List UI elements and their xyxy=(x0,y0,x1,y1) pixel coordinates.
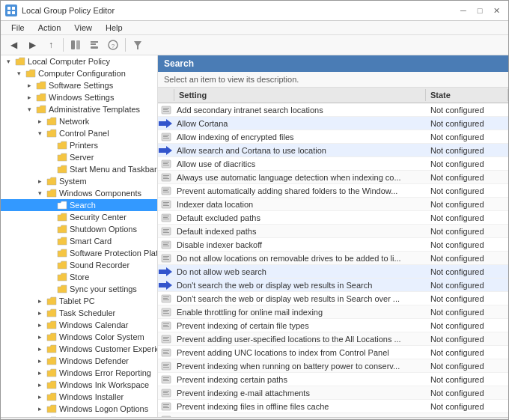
sidebar-item-windows-components[interactable]: ▾Windows Components xyxy=(1,187,157,199)
menu-file[interactable]: File xyxy=(5,22,31,34)
row-state-text: Not configured xyxy=(426,145,508,156)
menu-action[interactable]: Action xyxy=(32,22,67,34)
svg-rect-78 xyxy=(163,365,168,366)
sidebar-item-printers[interactable]: Printers xyxy=(1,139,157,151)
tree-expander-computer-config[interactable]: ▾ xyxy=(13,70,25,77)
forward-button[interactable]: ▶ xyxy=(24,37,40,53)
sidebar-item-windows-installer[interactable]: ▸Windows Installer xyxy=(1,391,157,403)
sidebar-item-security-center[interactable]: Security Center xyxy=(1,211,157,223)
sidebar[interactable]: ▾Local Computer Policy▾Computer Configur… xyxy=(1,55,158,417)
sidebar-item-task-scheduler[interactable]: ▸Task Scheduler xyxy=(1,307,157,319)
table-row[interactable]: Allow search and Cortana to use location… xyxy=(158,144,508,157)
sidebar-item-shutdown-options[interactable]: Shutdown Options xyxy=(1,223,157,235)
show-hide-button[interactable] xyxy=(67,37,84,53)
sidebar-item-control-panel[interactable]: ▾Control Panel xyxy=(1,127,157,139)
tree-expander-system[interactable]: ▸ xyxy=(34,177,46,185)
tree-expander-windows-error[interactable]: ▸ xyxy=(34,369,46,377)
table-row[interactable]: Prevent automatically adding shared fold… xyxy=(158,184,508,198)
sidebar-item-software-protection[interactable]: Software Protection Platform xyxy=(1,247,157,259)
table-row[interactable]: Do not allow locations on removable driv… xyxy=(158,252,508,265)
table-row[interactable]: Do not allow web searchNot configured xyxy=(158,265,508,279)
tree-expander-windows-settings[interactable]: ▸ xyxy=(23,94,35,101)
menu-help[interactable]: Help xyxy=(100,22,129,34)
table-row[interactable]: Don't search the web or display web resu… xyxy=(158,279,508,292)
table-row[interactable]: Prevent indexing certain pathsNot config… xyxy=(158,373,508,386)
tree-expander-local-computer-policy[interactable]: ▾ xyxy=(2,58,14,65)
svg-rect-79 xyxy=(163,367,169,368)
sidebar-item-local-computer-policy[interactable]: ▾Local Computer Policy xyxy=(1,55,157,67)
back-button[interactable]: ◀ xyxy=(5,37,22,53)
table-row[interactable]: Prevent adding UNC locations to index fr… xyxy=(158,346,508,359)
filter-button[interactable] xyxy=(129,37,146,53)
tree-expander-windows-installer[interactable]: ▸ xyxy=(34,393,46,401)
toolbar-separator-2 xyxy=(125,38,126,52)
sidebar-item-windows-ink[interactable]: ▸Windows Ink Workspace xyxy=(1,379,157,391)
table-row[interactable]: Allow CortanaNot configured xyxy=(158,117,508,130)
row-state-text: Not configured xyxy=(426,401,508,412)
table-row[interactable]: Prevent indexing e-mail attachmentsNot c… xyxy=(158,386,508,400)
sidebar-item-windows-color[interactable]: ▸Windows Color System xyxy=(1,331,157,343)
tree-label-windows-components: Windows Components xyxy=(58,189,141,198)
sidebar-item-network[interactable]: ▸Network xyxy=(1,115,157,127)
sidebar-item-admin-templates[interactable]: ▾Administrative Templates xyxy=(1,103,157,115)
help-button[interactable]: ? xyxy=(105,37,121,53)
table-row[interactable]: Prevent indexing of certain file typesNo… xyxy=(158,319,508,332)
sidebar-item-software-settings[interactable]: ▸Software Settings xyxy=(1,79,157,91)
table-row[interactable]: Prevent adding user-specified locations … xyxy=(158,332,508,346)
svg-rect-25 xyxy=(163,165,169,165)
table-row[interactable]: Always use automatic language detection … xyxy=(158,171,508,184)
sidebar-item-store[interactable]: Store xyxy=(1,271,157,283)
row-state-text: Not configured xyxy=(426,320,508,331)
tree-expander-windows-components[interactable]: ▾ xyxy=(34,189,46,197)
tree-expander-control-panel[interactable]: ▾ xyxy=(34,130,46,137)
table-row[interactable]: Allow use of diacriticsNot configured xyxy=(158,157,508,171)
close-button[interactable]: ✕ xyxy=(489,4,504,17)
tree-expander-software-settings[interactable]: ▸ xyxy=(23,82,35,89)
tree-expander-tablet-pc[interactable]: ▸ xyxy=(34,297,46,305)
properties-button[interactable] xyxy=(86,37,103,53)
table-row[interactable]: Default indexed pathsNot configured xyxy=(158,225,508,238)
sidebar-item-search[interactable]: Search xyxy=(1,199,157,211)
svg-rect-53 xyxy=(163,259,169,260)
table-row[interactable]: Disable indexer backoffNot configured xyxy=(158,238,508,252)
table-body[interactable]: Add secondary intranet search locationsN… xyxy=(158,103,508,417)
sidebar-item-computer-config[interactable]: ▾Computer Configuration xyxy=(1,67,157,79)
sidebar-item-windows-defender[interactable]: ▸Windows Defender xyxy=(1,355,157,367)
tree-expander-windows-calendar[interactable]: ▸ xyxy=(34,321,46,329)
sidebar-item-sync-settings[interactable]: Sync your settings xyxy=(1,283,157,295)
sidebar-item-tablet-pc[interactable]: ▸Tablet PC xyxy=(1,295,157,307)
svg-rect-89 xyxy=(163,404,169,405)
menu-view[interactable]: View xyxy=(68,22,98,34)
sidebar-item-system[interactable]: ▸System xyxy=(1,175,157,187)
up-button[interactable]: ↑ xyxy=(43,37,59,53)
table-row[interactable]: Don't search the web or display web resu… xyxy=(158,292,508,305)
sidebar-item-windows-customer[interactable]: ▸Windows Customer Experience Impr... xyxy=(1,343,157,355)
sidebar-item-windows-calendar[interactable]: ▸Windows Calendar xyxy=(1,319,157,331)
sidebar-item-start-menu[interactable]: Start Menu and Taskbar xyxy=(1,163,157,175)
svg-rect-18 xyxy=(163,135,169,136)
maximize-button[interactable]: □ xyxy=(472,4,487,17)
tree-expander-windows-logon[interactable]: ▸ xyxy=(34,405,46,413)
sidebar-item-windows-error[interactable]: ▸Windows Error Reporting xyxy=(1,367,157,379)
table-row[interactable]: Prevent indexing files in offline files … xyxy=(158,400,508,413)
tree-expander-network[interactable]: ▸ xyxy=(34,118,46,125)
sidebar-item-server[interactable]: Server xyxy=(1,151,157,163)
table-row[interactable]: Default excluded pathsNot configured xyxy=(158,211,508,225)
tree-expander-windows-defender[interactable]: ▸ xyxy=(34,357,46,365)
svg-marker-54 xyxy=(159,267,172,276)
sidebar-item-windows-settings[interactable]: ▸Windows Settings xyxy=(1,91,157,103)
sidebar-item-smart-card[interactable]: Smart Card xyxy=(1,235,157,247)
minimize-button[interactable]: ─ xyxy=(456,4,471,17)
sidebar-item-windows-logon[interactable]: ▸Windows Logon Options xyxy=(1,403,157,415)
tree-expander-admin-templates[interactable]: ▾ xyxy=(23,106,35,113)
table-row[interactable]: Allow indexing of encrypted filesNot con… xyxy=(158,130,508,144)
sidebar-item-sound-recorder[interactable]: Sound Recorder xyxy=(1,259,157,271)
table-row[interactable]: Indexer data locationNot configured xyxy=(158,198,508,211)
table-row[interactable]: Add secondary intranet search locationsN… xyxy=(158,103,508,117)
table-row[interactable]: Enable throttling for online mail indexi… xyxy=(158,305,508,319)
tree-expander-task-scheduler[interactable]: ▸ xyxy=(34,309,46,317)
table-row[interactable]: Prevent indexing when running on battery… xyxy=(158,359,508,373)
tree-expander-windows-customer[interactable]: ▸ xyxy=(34,345,46,353)
tree-expander-windows-ink[interactable]: ▸ xyxy=(34,381,46,389)
tree-expander-windows-color[interactable]: ▸ xyxy=(34,333,46,341)
